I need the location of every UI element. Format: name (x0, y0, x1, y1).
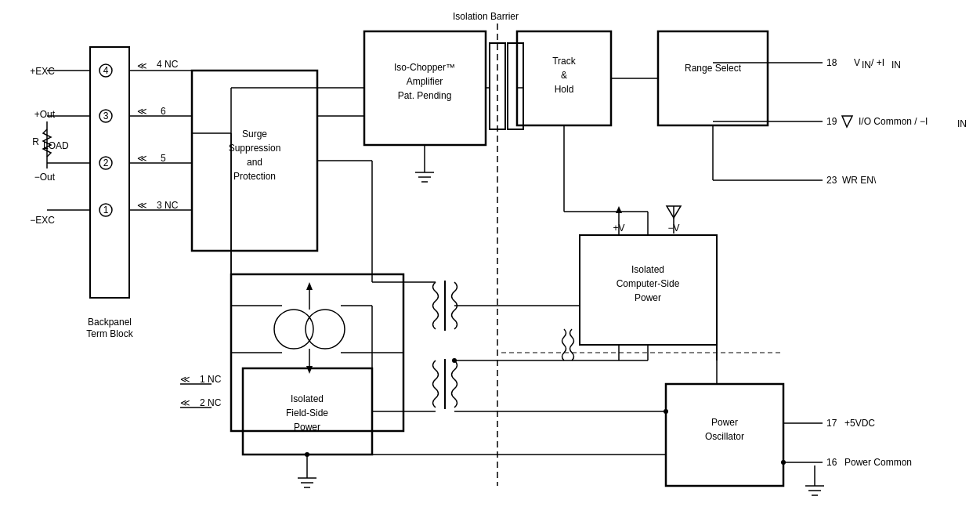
comp-power-line1: Isolated (631, 264, 664, 275)
backpanel-label2: Term Block (86, 328, 133, 339)
field-power-line2: Field-Side (286, 408, 328, 418)
track-line1: Track (552, 56, 577, 67)
pin6-label: 6 (161, 106, 166, 117)
nc1-label: 1 NC (200, 374, 222, 385)
field-power-line1: Isolated (291, 393, 324, 404)
iin-sub: IN (891, 60, 901, 71)
vin-sub: IN (862, 60, 871, 71)
track-line3: Hold (555, 84, 574, 95)
pin5-label: 5 (161, 153, 166, 164)
pin2-num: 2 (103, 158, 109, 168)
surge-line3: and (247, 157, 262, 168)
track-line2: & (561, 70, 567, 81)
surge-line4: Protection (233, 171, 276, 182)
wr-en-label: WR EN\ (842, 175, 877, 186)
power-common-label: Power Common (844, 457, 912, 468)
r-load-label: R (32, 136, 39, 147)
iso-line1: Iso-Chopper™ (394, 62, 455, 73)
pin4-num: 4 (103, 65, 109, 76)
pin3-nc-label: 3 NC (157, 200, 179, 211)
comp-power-line2: Computer-Side (617, 278, 680, 289)
pin23-num: 23 (826, 175, 837, 186)
arrow-6: ≪ (137, 106, 147, 117)
pin1-num: 1 (103, 205, 109, 216)
surge-line2: Suppression (229, 143, 281, 154)
isolation-barrier-label: Isolation Barrier (453, 11, 519, 22)
pin4-nc-label: 4 NC (157, 59, 179, 70)
minus-out-label: −Out (34, 172, 56, 183)
pin19-num: 19 (826, 116, 837, 127)
pin16-num: 16 (826, 457, 837, 468)
backpanel-label1: Backpanel (88, 317, 132, 328)
arrow-nc2: ≪ (180, 397, 190, 408)
iso-line2: Amplifier (407, 76, 443, 87)
vin-iin-label: V (854, 57, 860, 68)
nc2-label: 2 NC (200, 397, 222, 408)
iso-line3: Pat. Pending (398, 90, 452, 101)
comp-power-line3: Power (635, 292, 661, 303)
pin3-num: 3 (103, 110, 109, 121)
arrow-3: ≪ (137, 200, 147, 211)
arrow-4: ≪ (137, 60, 147, 71)
minus-exc-label: −EXC (30, 215, 55, 226)
vin-sep: / +I (871, 57, 884, 68)
surge-line1: Surge (242, 129, 267, 139)
range-line1: Range Select (685, 63, 742, 74)
iin-sub2: IN (957, 118, 967, 129)
plus-out-label: +Out (34, 109, 56, 120)
io-common-label: I/O Common / −I (859, 116, 928, 127)
pin18-num: 18 (826, 57, 837, 68)
arrow-5: ≪ (137, 153, 147, 164)
plus5vdc-label: +5VDC (844, 418, 875, 429)
pin17-num: 17 (826, 418, 837, 429)
power-osc-line2: Oscillator (705, 431, 744, 442)
plus-exc-label: +EXC (30, 66, 55, 77)
svg-point-45 (781, 460, 786, 465)
arrow-nc1: ≪ (180, 374, 190, 385)
power-osc-line1: Power (711, 417, 738, 428)
